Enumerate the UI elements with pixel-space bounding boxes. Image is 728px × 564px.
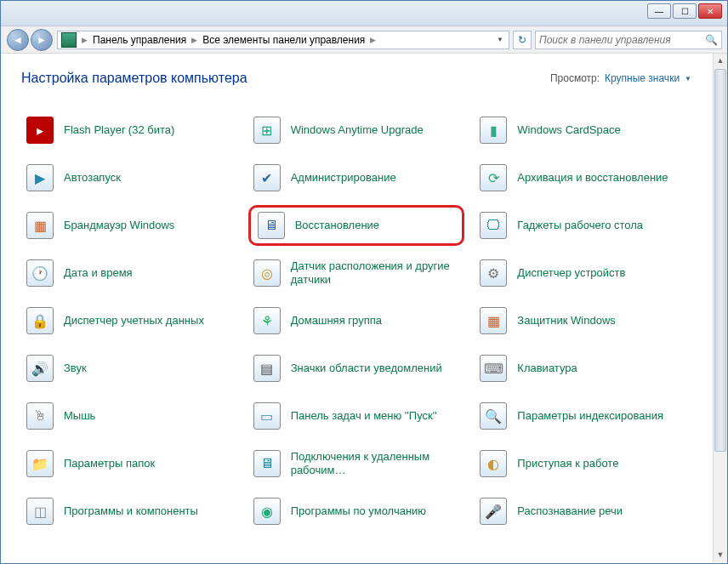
search-input[interactable] bbox=[539, 34, 705, 46]
control-panel-window: — ☐ ✕ ◄ ► ▶ Панель управления ▶ Все элем… bbox=[0, 0, 728, 564]
item-label: Windows CardSpace bbox=[517, 123, 620, 137]
item-label: Восстановление bbox=[295, 219, 379, 232]
item-label: Гаджеты рабочего стола bbox=[517, 219, 643, 232]
chevron-down-icon[interactable]: ▼ bbox=[685, 75, 691, 83]
back-button[interactable]: ◄ bbox=[7, 29, 29, 51]
gadgets-icon: 🖵 bbox=[478, 210, 509, 241]
item-label: Распознавание речи bbox=[517, 504, 623, 518]
control-panel-item[interactable]: 🖵Гаджеты рабочего стола bbox=[475, 205, 691, 246]
item-label: Диспетчер устройств bbox=[517, 266, 625, 280]
control-panel-item[interactable]: 🔒Диспетчер учетных данных bbox=[21, 300, 238, 341]
control-panel-item[interactable]: ◫Программы и компоненты bbox=[21, 491, 238, 532]
control-panel-item[interactable]: ▤Значки области уведомлений bbox=[248, 348, 465, 389]
control-panel-item[interactable]: 🔍Параметры индексирования bbox=[475, 396, 691, 436]
control-panel-item[interactable]: 📁Параметры папок bbox=[21, 443, 238, 484]
chevron-right-icon[interactable]: ▶ bbox=[188, 36, 201, 44]
item-label: Программы и компоненты bbox=[64, 504, 198, 518]
item-label: Домашняя группа bbox=[291, 314, 382, 328]
refresh-button[interactable]: ↻ bbox=[513, 31, 532, 49]
control-panel-item[interactable]: 🔊Звук bbox=[21, 348, 238, 389]
sensor-icon: ◎ bbox=[252, 258, 282, 288]
item-label: Диспетчер учетных данных bbox=[64, 314, 204, 328]
control-panel-item[interactable]: 🎤Распознавание речи bbox=[475, 491, 691, 532]
devmgr-icon: ⚙ bbox=[478, 258, 509, 288]
item-label: Программы по умолчанию bbox=[291, 504, 426, 518]
scroll-up-icon[interactable]: ▲ bbox=[714, 54, 727, 68]
item-label: Администрирование bbox=[291, 171, 396, 185]
view-by-selector[interactable]: Просмотр: Крупные значки ▼ bbox=[550, 72, 691, 84]
breadcrumb[interactable]: ▶ Панель управления ▶ Все элементы панел… bbox=[57, 31, 509, 49]
page-title: Настройка параметров компьютера bbox=[21, 71, 247, 86]
keyboard-icon: ⌨ bbox=[478, 353, 509, 384]
upgrade-icon: ⊞ bbox=[252, 115, 282, 145]
maximize-button[interactable]: ☐ bbox=[673, 3, 697, 19]
item-label: Звук bbox=[64, 362, 87, 375]
forward-button[interactable]: ► bbox=[31, 29, 53, 51]
item-label: Датчик расположения и другие датчики bbox=[291, 259, 462, 288]
search-box[interactable]: 🔍 bbox=[535, 31, 722, 49]
control-panel-item[interactable]: 🖥Подключения к удаленным рабочим… bbox=[248, 443, 465, 484]
getstarted-icon: ◐ bbox=[478, 448, 509, 479]
vertical-scrollbar[interactable]: ▲ ▼ bbox=[713, 54, 727, 562]
control-panel-item[interactable]: ▸Flash Player (32 бита) bbox=[21, 110, 238, 151]
defender-icon: ▦ bbox=[478, 305, 509, 336]
item-label: Параметры папок bbox=[64, 457, 155, 470]
item-label: Приступая к работе bbox=[517, 457, 618, 470]
items-grid: ▸Flash Player (32 бита)⊞Windows Anytime … bbox=[21, 110, 691, 532]
item-label: Автозапуск bbox=[64, 171, 121, 185]
control-panel-item[interactable]: ⚘Домашняя группа bbox=[248, 300, 465, 341]
scroll-thumb[interactable] bbox=[714, 69, 726, 452]
control-panel-item[interactable]: ◎Датчик расположения и другие датчики bbox=[248, 253, 465, 293]
autoplay-icon: ▶ bbox=[25, 162, 55, 193]
control-panel-item[interactable]: ✔Администрирование bbox=[248, 157, 465, 198]
scroll-down-icon[interactable]: ▼ bbox=[714, 548, 727, 562]
item-label: Windows Anytime Upgrade bbox=[291, 123, 424, 137]
breadcrumb-dropdown-icon[interactable]: ▼ bbox=[493, 36, 507, 43]
sound-icon: 🔊 bbox=[25, 353, 55, 384]
homegroup-icon: ⚘ bbox=[252, 305, 282, 336]
chevron-right-icon[interactable]: ▶ bbox=[78, 36, 91, 44]
control-panel-item[interactable]: ⟳Архивация и восстановление bbox=[475, 157, 691, 198]
item-label: Значки области уведомлений bbox=[291, 362, 442, 375]
item-label: Дата и время bbox=[64, 266, 133, 280]
folders-icon: 📁 bbox=[25, 448, 55, 479]
speech-icon: 🎤 bbox=[478, 496, 509, 527]
indexing-icon: 🔍 bbox=[478, 401, 509, 431]
minimize-button[interactable]: — bbox=[647, 3, 671, 19]
programs-icon: ◫ bbox=[25, 496, 55, 527]
close-button[interactable]: ✕ bbox=[698, 3, 722, 19]
item-label: Flash Player (32 бита) bbox=[64, 123, 174, 137]
control-panel-item[interactable]: ▶Автозапуск bbox=[21, 157, 238, 198]
header-row: Настройка параметров компьютера Просмотр… bbox=[21, 71, 691, 86]
backup-icon: ⟳ bbox=[478, 162, 509, 193]
control-panel-item[interactable]: ◐Приступая к работе bbox=[475, 443, 691, 484]
control-panel-item[interactable]: ▦Брандмауэр Windows bbox=[21, 205, 238, 246]
control-panel-item[interactable]: ▦Защитник Windows bbox=[475, 300, 691, 341]
breadcrumb-item[interactable]: Все элементы панели управления bbox=[201, 34, 367, 46]
control-panel-item[interactable]: ◉Программы по умолчанию bbox=[248, 491, 465, 532]
control-panel-item[interactable]: 🕐Дата и время bbox=[21, 253, 238, 293]
titlebar: — ☐ ✕ bbox=[1, 1, 727, 26]
breadcrumb-item[interactable]: Панель управления bbox=[91, 34, 188, 46]
control-panel-item[interactable]: ▮Windows CardSpace bbox=[475, 110, 691, 151]
control-panel-item[interactable]: ⚙Диспетчер устройств bbox=[475, 253, 691, 293]
control-panel-item[interactable]: 🖱Мышь bbox=[21, 396, 238, 436]
item-label: Защитник Windows bbox=[517, 314, 615, 328]
control-panel-item[interactable]: ▭Панель задач и меню ''Пуск'' bbox=[248, 396, 465, 436]
item-label: Архивация и восстановление bbox=[517, 171, 668, 185]
chevron-right-icon[interactable]: ▶ bbox=[367, 36, 379, 44]
flash-icon: ▸ bbox=[25, 115, 55, 145]
control-panel-item[interactable]: ⊞Windows Anytime Upgrade bbox=[248, 110, 465, 151]
search-icon[interactable]: 🔍 bbox=[705, 34, 718, 46]
item-label: Брандмауэр Windows bbox=[64, 219, 174, 232]
view-by-value[interactable]: Крупные значки bbox=[605, 72, 680, 84]
content-area: Настройка параметров компьютера Просмотр… bbox=[1, 54, 727, 562]
item-label: Параметры индексирования bbox=[517, 409, 663, 423]
defaults-icon: ◉ bbox=[252, 496, 282, 527]
cardspace-icon: ▮ bbox=[478, 115, 509, 145]
control-panel-item[interactable]: ⌨Клавиатура bbox=[475, 348, 691, 389]
mouse-icon: 🖱 bbox=[25, 401, 55, 431]
control-panel-item[interactable]: 🖥Восстановление bbox=[248, 205, 465, 246]
admin-icon: ✔ bbox=[252, 162, 282, 193]
recovery-icon: 🖥 bbox=[256, 210, 287, 241]
